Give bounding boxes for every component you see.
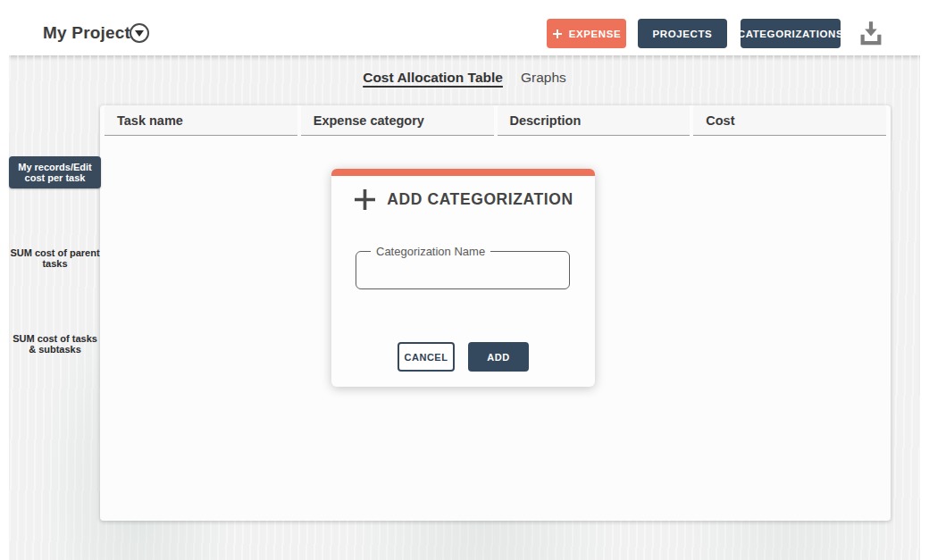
modal-actions: CANCEL ADD (331, 342, 595, 372)
sidebar-item-sum-parent-tasks[interactable]: SUM cost of parent tasks (9, 247, 101, 269)
modal-title: ADD CATEGORIZATION (387, 190, 573, 209)
projects-label: PROJECTS (653, 29, 713, 39)
export-download-button[interactable] (857, 17, 885, 49)
app-window: My Project EXPENSE PROJECTS CATEGORIZATI… (0, 0, 929, 560)
table-header-row: Task name Expense category Description C… (100, 105, 891, 136)
add-expense-button[interactable]: EXPENSE (547, 19, 626, 48)
project-dropdown-button[interactable] (130, 23, 149, 43)
column-header-expense-category: Expense category (301, 105, 494, 136)
project-title: My Project (43, 23, 130, 43)
projects-button[interactable]: PROJECTS (638, 19, 727, 48)
column-header-description: Description (498, 105, 690, 136)
add-expense-label: EXPENSE (569, 29, 622, 39)
modal-accent-bar (331, 169, 595, 176)
main-content: Cost Allocation Table Graphs My records/… (9, 55, 920, 560)
modal-title-row: ADD CATEGORIZATION (331, 188, 595, 212)
plus-icon (552, 29, 563, 39)
chevron-down-icon (135, 30, 144, 37)
plus-icon (353, 188, 377, 212)
column-header-task-name: Task name (105, 105, 297, 136)
sidebar-item-my-records[interactable]: My records/Edit cost per task (9, 156, 101, 188)
add-categorization-modal: ADD CATEGORIZATION Categorization Name C… (331, 169, 595, 387)
tab-graphs[interactable]: Graphs (521, 70, 566, 86)
categorizations-label: CATEGORIZATIONS (738, 29, 843, 39)
cancel-button[interactable]: CANCEL (398, 342, 455, 372)
add-button[interactable]: ADD (468, 342, 529, 372)
tab-cost-allocation-table[interactable]: Cost Allocation Table (363, 70, 503, 86)
column-header-cost: Cost (693, 105, 886, 136)
categorization-name-fieldset: Categorization Name (356, 245, 570, 289)
app-bar: My Project EXPENSE PROJECTS CATEGORIZATI… (0, 0, 929, 55)
categorizations-button[interactable]: CATEGORIZATIONS (741, 19, 841, 48)
view-tabs: Cost Allocation Table Graphs (9, 70, 920, 86)
download-icon (858, 19, 883, 47)
sidebar-item-sum-tasks-subtasks[interactable]: SUM cost of tasks & subtasks (9, 333, 101, 355)
categorization-name-label: Categorization Name (371, 245, 490, 258)
categorization-name-input[interactable] (356, 259, 569, 279)
